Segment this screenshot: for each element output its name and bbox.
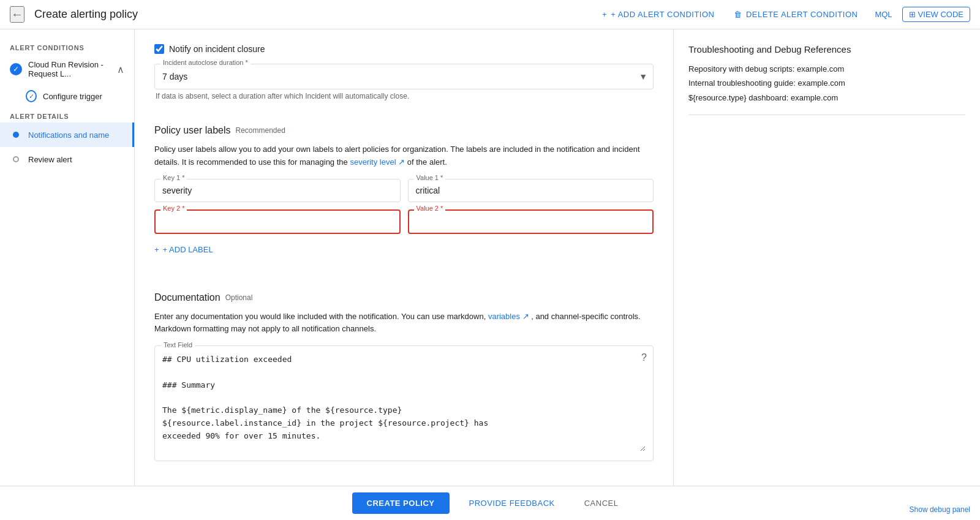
- notifications-label: Notifications and name: [28, 130, 109, 140]
- value2-label: Value 2 *: [414, 205, 446, 212]
- autoclose-select[interactable]: 7 days 1 hour 6 hours 1 day 30 days: [154, 64, 654, 89]
- help-icon[interactable]: ?: [641, 352, 647, 363]
- mql-button[interactable]: MQL: [875, 10, 892, 19]
- sidebar-item-review[interactable]: Review alert: [0, 147, 134, 171]
- documentation-desc: Enter any documentation you would like i…: [154, 311, 654, 336]
- topbar-actions: + + ADD ALERT CONDITION 🗑 DELETE ALERT C…: [595, 6, 865, 23]
- variables-link[interactable]: variables ↗: [488, 312, 529, 321]
- right-panel: Troubleshooting and Debug References Rep…: [674, 29, 980, 486]
- review-label: Review alert: [28, 155, 72, 164]
- sidebar: ALERT CONDITIONS ✓ Cloud Run Revision - …: [0, 29, 135, 486]
- troubleshoot-item-1: Repository with debug scripts: example.c…: [688, 62, 965, 76]
- troubleshoot-title: Troubleshooting and Debug References: [688, 44, 965, 55]
- content-area: Notify on incident closure Incident auto…: [135, 29, 980, 486]
- chevron-up-icon: ∧: [117, 64, 124, 75]
- policy-labels-section: Policy user labels Recommended Policy us…: [154, 125, 654, 258]
- documentation-textarea[interactable]: ## CPU utilization exceeded ### Summary …: [162, 353, 646, 451]
- topbar-right: MQL ⊞ VIEW CODE: [875, 7, 970, 22]
- bottom-bar: CREATE POLICY PROVIDE FEEDBACK CANCEL: [0, 486, 980, 520]
- section-divider-2: [154, 273, 654, 287]
- notify-closure-checkbox[interactable]: [154, 44, 164, 54]
- main-layout: ALERT CONDITIONS ✓ Cloud Run Revision - …: [0, 29, 980, 486]
- view-code-icon: ⊞: [909, 10, 916, 19]
- notify-closure-label: Notify on incident closure: [169, 44, 265, 54]
- textarea-wrapper: Text Field ? ## CPU utilization exceeded…: [154, 345, 654, 461]
- key2-input[interactable]: [154, 209, 401, 234]
- sidebar-item-condition[interactable]: ✓ Cloud Run Revision - Request L... ∧: [0, 54, 134, 85]
- add-condition-button[interactable]: + + ADD ALERT CONDITION: [595, 6, 722, 23]
- configure-trigger-label: Configure trigger: [43, 92, 102, 101]
- alert-conditions-section: ALERT CONDITIONS: [0, 39, 134, 54]
- documentation-tag: Optional: [225, 293, 253, 302]
- add-condition-label: + ADD ALERT CONDITION: [611, 10, 714, 19]
- provide-feedback-button[interactable]: PROVIDE FEEDBACK: [459, 492, 565, 514]
- condition-check-icon: ✓: [10, 63, 22, 75]
- notifications-dot-icon: [10, 129, 22, 141]
- view-code-button[interactable]: ⊞ VIEW CODE: [902, 7, 970, 22]
- add-icon: +: [602, 10, 607, 19]
- policy-labels-desc: Policy user labels allow you to add your…: [154, 143, 654, 169]
- severity-level-link[interactable]: severity level ↗: [350, 157, 405, 167]
- value2-input[interactable]: [408, 209, 654, 234]
- topbar: ← Create alerting policy + + ADD ALERT C…: [0, 0, 980, 29]
- review-dot-icon: [10, 153, 22, 165]
- key2-wrapper: Key 2 *: [154, 209, 401, 234]
- autoclose-wrapper: Incident autoclose duration * 7 days 1 h…: [154, 64, 654, 89]
- add-label-button[interactable]: + + ADD LABEL: [154, 241, 213, 258]
- troubleshoot-item-3: ${resource.type} dashboard: example.com: [688, 91, 965, 105]
- key2-label: Key 2 *: [160, 205, 187, 212]
- condition-label: Cloud Run Revision - Request L...: [28, 60, 111, 78]
- documentation-section: Documentation Optional Enter any documen…: [154, 292, 654, 462]
- autoclose-label: Incident autoclose duration *: [160, 59, 251, 66]
- documentation-title: Documentation Optional: [154, 292, 654, 303]
- cancel-button[interactable]: CANCEL: [575, 492, 628, 514]
- add-label-plus-icon: +: [154, 245, 159, 254]
- value1-label: Value 1 *: [414, 174, 446, 181]
- alert-details-section: ALERT DETAILS: [0, 108, 134, 122]
- section-divider-1: [154, 110, 654, 125]
- sidebar-item-notifications[interactable]: Notifications and name: [0, 122, 134, 147]
- troubleshoot-item-2: Internal troubleshooting guide: example.…: [688, 76, 965, 90]
- back-arrow-icon: ←: [11, 7, 23, 21]
- configure-check-icon: ✓: [26, 91, 37, 102]
- sidebar-item-configure-trigger[interactable]: ✓ Configure trigger: [0, 85, 134, 108]
- view-code-label: VIEW CODE: [918, 10, 963, 19]
- value1-input[interactable]: [408, 179, 654, 202]
- autoclose-field-group: Incident autoclose duration * 7 days 1 h…: [154, 64, 654, 100]
- create-policy-button[interactable]: CREATE POLICY: [352, 492, 450, 514]
- textarea-label: Text Field: [161, 341, 195, 349]
- policy-labels-title: Policy user labels Recommended: [154, 125, 654, 136]
- key1-wrapper: Key 1 *: [154, 179, 401, 202]
- page-title: Create alerting policy: [34, 8, 585, 21]
- policy-labels-tag: Recommended: [236, 126, 285, 135]
- delete-condition-button[interactable]: 🗑 DELETE ALERT CONDITION: [726, 6, 865, 23]
- value1-wrapper: Value 1 *: [408, 179, 654, 202]
- right-panel-divider: [688, 115, 965, 115]
- add-label-text: + ADD LABEL: [163, 245, 213, 254]
- main-panel: Notify on incident closure Incident auto…: [135, 29, 674, 486]
- autoclose-hint: If data is absent, select a duration aft…: [154, 92, 654, 100]
- notify-closure-row: Notify on incident closure: [154, 44, 654, 54]
- delete-icon: 🗑: [734, 10, 742, 19]
- labels-grid: Key 1 * Value 1 * Key 2 * Value 2 *: [154, 179, 654, 234]
- value2-wrapper: Value 2 *: [408, 209, 654, 234]
- key1-input[interactable]: [154, 179, 401, 202]
- delete-condition-label: DELETE ALERT CONDITION: [746, 10, 858, 19]
- show-debug-panel[interactable]: Show debug panel: [910, 505, 970, 514]
- key1-label: Key 1 *: [160, 174, 187, 181]
- back-button[interactable]: ←: [10, 6, 24, 23]
